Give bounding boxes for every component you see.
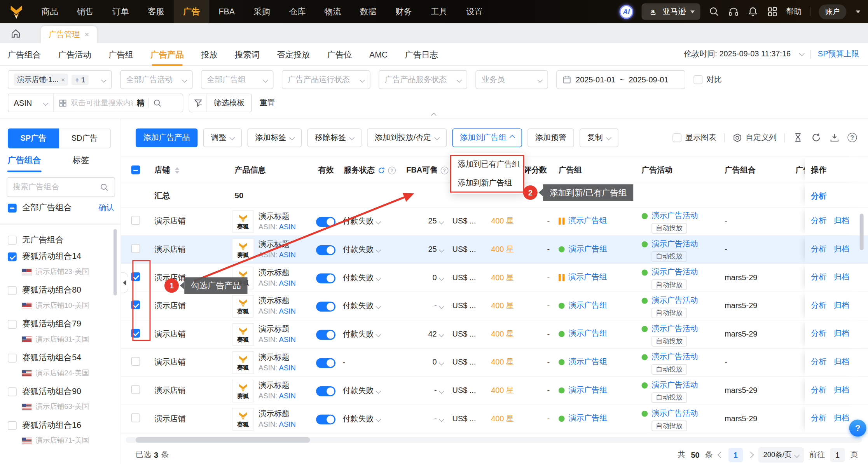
no-portfolio-row[interactable]: 无广告组合 xyxy=(8,235,64,245)
filter-template-button[interactable]: 筛选模板 xyxy=(207,94,251,112)
table-row[interactable]: 演示店铺 赛狐 演示标题 ASIN: ASIN xyxy=(121,292,868,321)
dropdown-menu-item[interactable]: 添加到已有广告组 xyxy=(451,154,525,173)
portfolio-checkbox[interactable] xyxy=(8,252,17,261)
fba-available-cell[interactable]: - xyxy=(381,386,444,395)
archive-link[interactable]: 归档 xyxy=(834,300,849,310)
adgroup-link[interactable]: 演示广告组 xyxy=(569,357,608,367)
select-all-portfolios-row[interactable]: 全部广告组合 确认 xyxy=(8,202,114,213)
service-status-filter-select[interactable]: 广告产品服务状态 xyxy=(379,70,467,89)
salesman-filter-select[interactable]: 业务员 xyxy=(475,70,548,89)
adgroup-link[interactable]: 演示广告组 xyxy=(568,272,607,283)
remove-tag-icon[interactable]: × xyxy=(61,76,65,84)
table-row[interactable]: 演示店铺 赛狐 演示标题 ASIN: ASIN xyxy=(121,236,868,264)
analyze-link[interactable]: 分析 xyxy=(811,216,826,226)
table-row[interactable]: 演示店铺 赛狐 演示标题 ASIN: ASIN xyxy=(121,349,868,377)
reset-button[interactable]: 重置 xyxy=(260,98,275,108)
row-checkbox[interactable] xyxy=(131,385,140,394)
portfolio-checkbox[interactable] xyxy=(8,286,17,295)
service-status-cell[interactable]: - xyxy=(343,358,346,366)
service-status-cell[interactable]: 付款失败 xyxy=(343,301,381,311)
fba-available-cell[interactable]: 25 xyxy=(381,244,444,253)
copy-button[interactable]: 复制 xyxy=(580,128,618,147)
date-end-value[interactable]: 2025-09-01 xyxy=(629,75,669,84)
campaign-link[interactable]: 演示广告活动 xyxy=(651,352,698,362)
navbar-item[interactable]: 工具 xyxy=(421,0,457,23)
question-icon[interactable]: ? xyxy=(388,167,396,174)
navbar-item[interactable]: 财务 xyxy=(386,0,421,23)
adgroup-filter-select[interactable]: 全部广告组 xyxy=(201,70,274,89)
home-icon[interactable] xyxy=(7,25,24,42)
analyze-link[interactable]: 分析 xyxy=(811,272,826,283)
apps-grid-icon[interactable] xyxy=(767,6,777,17)
table-row[interactable]: 演示店铺 赛狐 演示标题 ASIN: ASIN xyxy=(121,377,868,405)
navbar-item[interactable]: 仓库 xyxy=(279,0,315,23)
row-checkbox[interactable] xyxy=(131,413,140,422)
active-toggle[interactable] xyxy=(316,415,335,425)
add-alert-button[interactable]: 添加预警 xyxy=(527,128,574,147)
active-toggle[interactable] xyxy=(316,358,335,368)
campaign-link[interactable]: 演示广告活动 xyxy=(651,380,698,390)
subnav-item[interactable]: 广告日志 xyxy=(405,43,438,65)
summary-analyze-link[interactable]: 分析 xyxy=(811,192,826,202)
analyze-link[interactable]: 分析 xyxy=(811,357,826,367)
question-icon[interactable]: ? xyxy=(440,167,448,174)
service-status-cell[interactable]: 付款失败 xyxy=(343,414,381,424)
adgroup-link[interactable]: 演示广告组 xyxy=(569,329,608,339)
portfolio-search-input[interactable]: 搜索广告组合 xyxy=(7,177,115,197)
search-type-select[interactable]: ASIN xyxy=(8,94,54,112)
portfolio-checkbox[interactable] xyxy=(8,421,17,430)
header-store[interactable]: 店铺 xyxy=(154,166,179,176)
subnav-item[interactable]: 广告产品 xyxy=(150,43,183,65)
help-link[interactable]: 帮助 xyxy=(786,7,802,17)
select-all-checkbox[interactable] xyxy=(8,203,17,212)
service-status-cell[interactable]: 付款失败 xyxy=(343,329,381,339)
show-chart-checkbox[interactable] xyxy=(672,133,681,142)
store-filter-select[interactable]: 演示店铺-1... × + 1 xyxy=(8,70,112,89)
campaign-link[interactable]: 演示广告活动 xyxy=(651,211,698,221)
row-checkbox[interactable] xyxy=(131,329,140,338)
portfolio-list-item[interactable]: 赛狐活动组合80 演示店铺10-美国 xyxy=(0,281,121,314)
asin-link[interactable]: ASIN xyxy=(279,420,296,428)
active-toggle[interactable] xyxy=(316,217,335,227)
tab-label-group[interactable]: 标签 xyxy=(73,155,89,172)
fba-available-cell[interactable]: 0 xyxy=(381,273,444,282)
table-row[interactable]: 演示店铺 赛狐 演示标题 ASIN: ASIN xyxy=(121,405,868,433)
adgroup-link[interactable]: 演示广告组 xyxy=(569,244,608,254)
tab-ad-management[interactable]: 广告管理 × xyxy=(41,26,96,43)
table-row[interactable]: 演示店铺 赛狐 演示标题 ASIN: ASIN xyxy=(121,208,868,236)
confirm-button[interactable]: 确认 xyxy=(98,203,114,213)
archive-link[interactable]: 归档 xyxy=(834,216,849,226)
sp-budget-limit-link[interactable]: SP预算上限 xyxy=(818,49,859,59)
service-status-cell[interactable]: 付款失败 xyxy=(343,273,381,283)
product-title[interactable]: 演示标题 xyxy=(258,352,290,363)
service-status-cell[interactable]: 付款失败 xyxy=(343,244,381,255)
vertical-scrollbar-thumb[interactable] xyxy=(860,214,864,250)
row-checkbox[interactable] xyxy=(131,272,140,281)
analyze-link[interactable]: 分析 xyxy=(811,300,826,310)
campaign-filter-select[interactable]: 全部广告活动 xyxy=(120,70,193,89)
subnav-item[interactable]: 广告位 xyxy=(327,43,352,65)
dropdown-menu-item[interactable]: 添加到新广告组 xyxy=(451,173,525,192)
navbar-item[interactable]: 物流 xyxy=(315,0,351,23)
portfolio-list-item[interactable]: 赛狐活动组合54 演示店铺24-美国 xyxy=(0,348,121,382)
analyze-link[interactable]: 分析 xyxy=(811,244,826,254)
archive-link[interactable]: 归档 xyxy=(834,244,849,254)
fba-available-cell[interactable]: - xyxy=(381,301,444,310)
navbar-item[interactable]: 设置 xyxy=(457,0,492,23)
portfolio-list-item[interactable]: 赛狐活动组合14 演示店铺23-美国 xyxy=(0,247,121,281)
campaign-link[interactable]: 演示广告活动 xyxy=(651,408,698,419)
archive-link[interactable]: 归档 xyxy=(834,272,849,283)
subnav-item[interactable]: 搜索词 xyxy=(235,43,260,65)
marketplace-selector[interactable]: a 亚马逊 xyxy=(642,3,700,20)
tab-portfolio[interactable]: 广告组合 xyxy=(8,155,41,172)
asin-link[interactable]: ASIN xyxy=(279,364,296,372)
adgroup-link[interactable]: 演示广告组 xyxy=(569,385,608,395)
add-tag-button[interactable]: 添加标签 xyxy=(248,128,302,147)
product-title[interactable]: 演示标题 xyxy=(258,324,290,335)
download-icon[interactable] xyxy=(829,132,840,143)
date-start-value[interactable]: 2025-01-01 xyxy=(576,75,615,84)
subnav-item[interactable]: 广告活动 xyxy=(58,43,91,65)
row-checkbox[interactable] xyxy=(131,300,140,309)
time-chevron-down-icon[interactable] xyxy=(799,51,805,56)
table-row[interactable]: 演示店铺 赛狐 演示标题 ASIN: ASIN xyxy=(121,321,868,349)
